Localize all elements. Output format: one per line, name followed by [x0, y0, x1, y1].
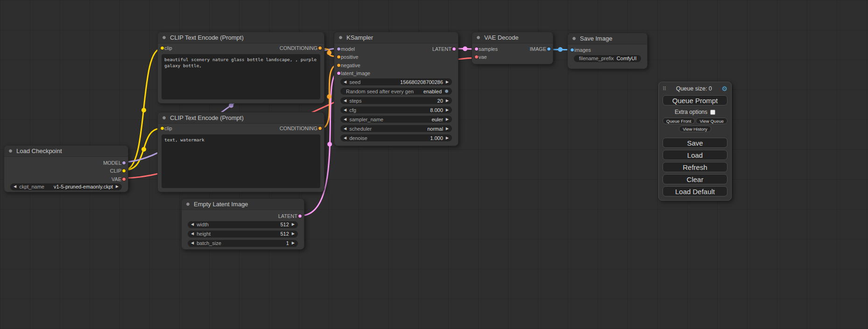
- settings-gear-icon[interactable]: ⚙: [721, 85, 727, 92]
- view-queue-button[interactable]: View Queue: [696, 118, 727, 124]
- slot-label-vae: vae: [479, 54, 487, 60]
- link-midpoint-dot: [327, 94, 332, 99]
- image-output-dot[interactable]: [547, 47, 551, 51]
- decrement-arrow-icon[interactable]: ◀: [344, 136, 346, 140]
- decrement-arrow-icon[interactable]: ◀: [191, 223, 194, 226]
- node-load-checkpoint[interactable]: Load Checkpoint MODEL CLIP VAE ◀ ckpt_na…: [4, 145, 128, 192]
- positive-prompt-textarea[interactable]: beautiful scenery nature glass bottle la…: [162, 54, 320, 100]
- collapse-dot-icon[interactable]: [162, 116, 166, 120]
- node-title-bar[interactable]: Load Checkpoint: [4, 146, 128, 157]
- decrement-arrow-icon[interactable]: ◀: [344, 127, 346, 131]
- collapse-dot-icon[interactable]: [162, 35, 166, 40]
- increment-arrow-icon[interactable]: ▶: [446, 80, 449, 84]
- ckpt-name-widget[interactable]: ◀ ckpt_name v1-5-pruned-emaonly.ckpt ▶: [10, 183, 122, 190]
- scheduler-widget[interactable]: ◀ scheduler normal ▶: [340, 125, 452, 132]
- widget-value: normal: [427, 126, 443, 132]
- batch-size-widget[interactable]: ◀ batch_size 1 ▶: [188, 240, 298, 247]
- increment-arrow-icon[interactable]: ▶: [292, 223, 295, 226]
- clip-input-dot[interactable]: [160, 126, 164, 130]
- slot-label-model: MODEL: [103, 160, 121, 166]
- node-empty-latent-image[interactable]: Empty Latent Image LATENT ◀ width 512 ▶ …: [181, 198, 304, 250]
- decrement-arrow-icon[interactable]: ◀: [344, 80, 346, 84]
- latent-output-dot[interactable]: [452, 47, 456, 51]
- node-save-image[interactable]: Save Image images filename_prefix ComfyU…: [567, 33, 648, 69]
- model-output-dot[interactable]: [122, 161, 126, 165]
- output-slot-latent: LATENT: [182, 212, 304, 220]
- collapse-dot-icon[interactable]: [339, 35, 343, 40]
- conditioning-output-dot[interactable]: [318, 46, 322, 50]
- toggle-dot-icon[interactable]: [445, 89, 449, 93]
- increment-arrow-icon[interactable]: ▶: [446, 136, 449, 140]
- samples-input-dot[interactable]: [474, 47, 479, 51]
- images-input-dot[interactable]: [570, 48, 574, 52]
- output-slot-vae: VAE: [4, 175, 128, 183]
- increment-arrow-icon[interactable]: ▶: [292, 232, 295, 236]
- conditioning-output-dot[interactable]: [318, 126, 322, 130]
- decrement-arrow-icon[interactable]: ◀: [191, 241, 194, 245]
- clear-button[interactable]: Clear: [663, 174, 727, 184]
- random-seed-toggle-widget[interactable]: Random seed after every gen enabled: [340, 88, 452, 95]
- decrement-arrow-icon[interactable]: ◀: [14, 185, 16, 189]
- decrement-arrow-icon[interactable]: ◀: [344, 99, 346, 103]
- node-clip-text-encode-negative[interactable]: CLIP Text Encode (Prompt) clip CONDITION…: [157, 112, 325, 192]
- seed-widget[interactable]: ◀ seed 156680208700286 ▶: [340, 78, 452, 85]
- slot-row: images: [568, 46, 647, 54]
- widget-label: Random seed after every gen: [346, 89, 414, 94]
- increment-arrow-icon[interactable]: ▶: [116, 185, 119, 189]
- slot-row: model LATENT: [334, 45, 458, 53]
- slot-label-samples: samples: [479, 46, 498, 52]
- steps-widget[interactable]: ◀ steps 20 ▶: [340, 97, 452, 104]
- view-history-button[interactable]: View History: [679, 126, 711, 132]
- denoise-widget[interactable]: ◀ denoise 1.000 ▶: [340, 134, 452, 141]
- node-title-bar[interactable]: CLIP Text Encode (Prompt): [158, 32, 324, 43]
- load-button[interactable]: Load: [663, 150, 727, 160]
- widget-value: 20: [438, 98, 443, 104]
- clip-input-dot[interactable]: [160, 46, 164, 50]
- refresh-button[interactable]: Refresh: [663, 162, 727, 172]
- collapse-dot-icon[interactable]: [8, 149, 13, 153]
- extra-options-checkbox[interactable]: [710, 110, 715, 115]
- node-clip-text-encode-positive[interactable]: CLIP Text Encode (Prompt) clip CONDITION…: [157, 32, 325, 104]
- latent-output-dot[interactable]: [298, 214, 302, 218]
- node-title-bar[interactable]: VAE Decode: [472, 32, 553, 43]
- negative-prompt-textarea[interactable]: text, watermark: [162, 134, 320, 189]
- collapse-dot-icon[interactable]: [476, 35, 480, 40]
- increment-arrow-icon[interactable]: ▶: [446, 118, 449, 121]
- increment-arrow-icon[interactable]: ▶: [292, 241, 295, 245]
- sampler-name-widget[interactable]: ◀ sampler_name euler ▶: [340, 116, 452, 123]
- increment-arrow-icon[interactable]: ▶: [446, 99, 449, 103]
- cfg-widget[interactable]: ◀ cfg 8.000 ▶: [340, 106, 452, 113]
- drag-handle-icon[interactable]: ⠿: [663, 86, 666, 92]
- vae-output-dot[interactable]: [122, 177, 126, 181]
- queue-prompt-button[interactable]: Queue Prompt: [663, 95, 727, 105]
- node-title-bar[interactable]: KSampler: [334, 32, 458, 43]
- increment-arrow-icon[interactable]: ▶: [446, 108, 449, 112]
- vae-input-dot[interactable]: [474, 55, 479, 59]
- node-ksampler[interactable]: KSampler model LATENT positive negative …: [334, 32, 459, 146]
- node-title-bar[interactable]: CLIP Text Encode (Prompt): [158, 112, 324, 124]
- save-button[interactable]: Save: [663, 138, 727, 148]
- slot-label-model: model: [341, 46, 355, 52]
- node-title: Load Checkpoint: [16, 147, 62, 154]
- widget-label: sampler_name: [349, 117, 383, 122]
- queue-front-button[interactable]: Queue Front: [663, 118, 695, 124]
- increment-arrow-icon[interactable]: ▶: [446, 127, 449, 131]
- model-input-dot[interactable]: [337, 47, 341, 51]
- queue-menu-panel[interactable]: ⠿ Queue size: 0 ⚙ Queue Prompt Extra opt…: [658, 82, 732, 201]
- collapse-dot-icon[interactable]: [186, 202, 190, 206]
- decrement-arrow-icon[interactable]: ◀: [191, 232, 194, 236]
- node-vae-decode[interactable]: VAE Decode samples IMAGE vae: [472, 32, 553, 64]
- collapse-dot-icon[interactable]: [572, 36, 576, 41]
- height-widget[interactable]: ◀ height 512 ▶: [188, 231, 298, 238]
- filename-prefix-widget[interactable]: filename_prefix ComfyUI: [574, 55, 641, 62]
- latent-image-input-dot[interactable]: [337, 71, 341, 76]
- node-title-bar[interactable]: Empty Latent Image: [182, 199, 304, 210]
- width-widget[interactable]: ◀ width 512 ▶: [188, 221, 298, 228]
- load-default-button[interactable]: Load Default: [663, 186, 727, 196]
- decrement-arrow-icon[interactable]: ◀: [344, 118, 346, 121]
- decrement-arrow-icon[interactable]: ◀: [344, 108, 346, 112]
- clip-output-dot[interactable]: [122, 169, 126, 173]
- node-title-bar[interactable]: Save Image: [568, 33, 647, 44]
- positive-input-dot[interactable]: [337, 55, 341, 59]
- negative-input-dot[interactable]: [337, 63, 341, 67]
